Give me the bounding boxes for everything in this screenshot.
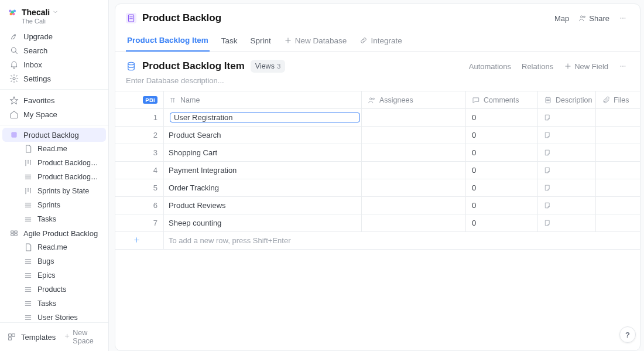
cell-files[interactable] — [596, 144, 640, 161]
more-button[interactable] — [619, 14, 629, 22]
relations-button[interactable]: Relations — [522, 62, 553, 71]
nav-templates[interactable]: Templates — [2, 330, 60, 344]
sidebar-item-sprints[interactable]: Sprints — [2, 198, 106, 212]
nav-upgrade[interactable]: Upgrade — [2, 29, 106, 43]
new-space-button[interactable]: New Space — [60, 326, 106, 347]
cell-files[interactable] — [596, 127, 640, 144]
cell-name[interactable]: Product Search — [164, 127, 362, 144]
cell-name[interactable]: Shopping Cart — [164, 144, 362, 161]
cell-comments[interactable]: 0 — [466, 109, 538, 126]
svg-point-63 — [622, 66, 624, 67]
row-index: 4 — [115, 162, 164, 179]
cell-description[interactable] — [538, 127, 596, 144]
map-button[interactable]: Map — [554, 14, 569, 23]
sidebar-item-pbi-items[interactable]: Product Backlog Items — [2, 170, 106, 184]
cell-assignees[interactable] — [362, 162, 466, 179]
cell-comments[interactable]: 0 — [466, 197, 538, 214]
nav-search[interactable]: Search — [2, 43, 106, 57]
table-row[interactable]: 7Sheep counting0 — [115, 214, 640, 232]
database-icon — [126, 61, 136, 71]
table-row[interactable]: 4Payment Integration0 — [115, 162, 640, 179]
cell-comments[interactable]: 0 — [466, 179, 538, 196]
add-row[interactable]: To add a new row, press Shift+Enter — [115, 232, 640, 250]
cell-description[interactable] — [538, 214, 596, 231]
cell-description[interactable] — [538, 162, 596, 179]
cell-comments[interactable]: 0 — [466, 214, 538, 231]
cell-comments[interactable]: 0 — [466, 162, 538, 179]
col-header-comments[interactable]: Comments — [466, 91, 538, 108]
home-icon — [9, 110, 19, 119]
sidebar-item-readme[interactable]: Read.me — [2, 142, 106, 156]
sidebar-item-label: Epics — [37, 271, 56, 280]
col-header-index[interactable]: PBI — [115, 91, 164, 108]
cell-assignees[interactable] — [362, 109, 466, 126]
col-header-files[interactable]: Files — [596, 91, 640, 108]
table-row[interactable]: 2Product Search0 — [115, 127, 640, 144]
cell-files[interactable] — [596, 197, 640, 214]
tab-sprint[interactable]: Sprint — [249, 30, 272, 51]
cell-comments[interactable]: 0 — [466, 127, 538, 144]
sidebar-item-agile-readme[interactable]: Read.me — [2, 240, 106, 254]
cell-comments[interactable]: 0 — [466, 144, 538, 161]
cell-files[interactable] — [596, 214, 640, 231]
cell-files[interactable] — [596, 162, 640, 179]
sidebar-item-bugs[interactable]: Bugs — [2, 254, 106, 268]
svg-point-65 — [370, 97, 372, 100]
help-button[interactable]: ? — [619, 326, 636, 343]
sidebar-item-pbi-view[interactable]: Product Backlog Item... — [2, 156, 106, 170]
sidebar-item-products[interactable]: Products — [2, 282, 106, 297]
workspace-switcher[interactable]: Thecali — [0, 4, 108, 19]
cell-name[interactable]: Product Reviews — [164, 197, 362, 214]
cell-assignees[interactable] — [362, 197, 466, 214]
col-header-name[interactable]: Name — [164, 91, 362, 108]
table-row[interactable]: 5Order Tracking0 — [115, 179, 640, 197]
sidebar-item-epics[interactable]: Epics — [2, 268, 106, 282]
nav-inbox[interactable]: Inbox — [2, 57, 106, 71]
views-pill[interactable]: Views 3 — [251, 60, 286, 73]
cell-description[interactable] — [538, 197, 596, 214]
board-icon — [23, 158, 33, 168]
db-description-input[interactable]: Enter Database description... — [115, 73, 640, 91]
cell-assignees[interactable] — [362, 144, 466, 161]
share-button[interactable]: Share — [578, 14, 609, 23]
cell-assignees[interactable] — [362, 214, 466, 231]
space-agile-product-backlog[interactable]: Agile Product Backlog — [2, 226, 106, 240]
cell-description[interactable] — [538, 179, 596, 196]
cell-name[interactable]: Order Tracking — [164, 179, 362, 196]
comments-count: 0 — [472, 166, 476, 175]
sidebar-item-tasks[interactable]: Tasks — [2, 212, 106, 226]
automations-button[interactable]: Automations — [469, 62, 511, 71]
cell-name[interactable]: Sheep counting — [164, 214, 362, 231]
cell-files[interactable] — [596, 109, 640, 126]
space-product-backlog[interactable]: Product Backlog — [2, 128, 106, 142]
sidebar-item-sprints-by-state[interactable]: Sprints by State — [2, 184, 106, 198]
table-row[interactable]: 6Product Reviews0 — [115, 197, 640, 214]
integrate-button[interactable]: Integrate — [358, 30, 403, 51]
new-database-button[interactable]: New Database — [283, 30, 348, 51]
cell-description[interactable] — [538, 109, 596, 126]
comments-count: 0 — [472, 148, 476, 157]
cell-name[interactable]: User Registration — [164, 109, 362, 126]
people-icon — [578, 14, 587, 22]
db-more-button[interactable] — [619, 62, 629, 70]
table-row[interactable]: 1User Registration0 — [115, 109, 640, 127]
tab-task[interactable]: Task — [220, 30, 239, 51]
tab-pbi[interactable]: Product Backlog Item — [126, 30, 210, 52]
sidebar-item-label: Read.me — [37, 243, 67, 251]
cell-files[interactable] — [596, 179, 640, 196]
sidebar-item-label: Sprints by State — [37, 187, 89, 195]
col-header-assignees[interactable]: Assignees — [362, 91, 466, 108]
cell-description[interactable] — [538, 144, 596, 161]
sidebar-item-user-stories[interactable]: User Stories — [2, 311, 106, 322]
sidebar-item-agile-tasks[interactable]: Tasks — [2, 297, 106, 311]
nav-settings[interactable]: Settings — [2, 71, 106, 86]
nav-myspace[interactable]: My Space — [2, 107, 106, 121]
cell-assignees[interactable] — [362, 127, 466, 144]
nav-favorites[interactable]: Favorites — [2, 93, 106, 107]
table-row[interactable]: 3Shopping Cart0 — [115, 144, 640, 162]
new-field-button[interactable]: New Field — [564, 62, 608, 71]
cell-assignees[interactable] — [362, 179, 466, 196]
col-header-description[interactable]: Description — [538, 91, 596, 108]
cell-name[interactable]: Payment Integration — [164, 162, 362, 179]
rocket-icon — [9, 32, 19, 41]
